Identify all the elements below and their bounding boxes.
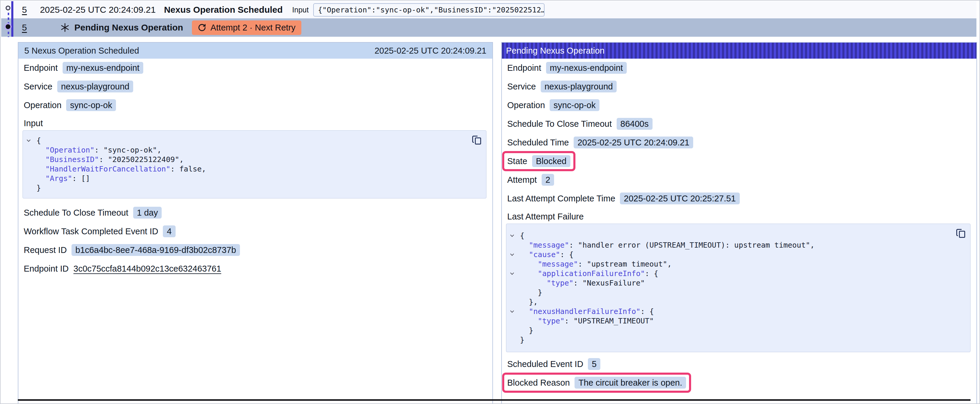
json-line: "Operation": "sync-op-ok", bbox=[23, 146, 480, 155]
code-gutter bbox=[506, 326, 520, 335]
json-line: "cause": { bbox=[506, 250, 964, 260]
json-text: "BusinessID": "20250225122409", bbox=[37, 155, 184, 165]
field-value-chip: 2025-02-25 UTC 20:25:27.51 bbox=[620, 193, 740, 204]
panel-title: 5 Nexus Operation Scheduled bbox=[24, 46, 139, 56]
json-text: "Args": [] bbox=[37, 174, 90, 183]
pending-asterisk-icon bbox=[60, 23, 70, 32]
detail-field-scheduled-event-id: Scheduled Event ID5 bbox=[507, 358, 600, 370]
field-value-chip: b1c6a4bc-8ee7-468a-9169-df3b02c8737b bbox=[72, 244, 240, 256]
code-gutter bbox=[506, 297, 520, 307]
json-text: } bbox=[520, 288, 542, 297]
code-gutter bbox=[506, 288, 520, 297]
json-line: } bbox=[23, 183, 480, 193]
input-preview-chip[interactable]: {"Operation":"sync-op-ok","BusinessID":"… bbox=[313, 3, 544, 17]
json-text: "message": "upstream timeout", bbox=[520, 260, 672, 269]
event-history-screen: 5 2025-02-25 UTC 20:24:09.21 Nexus Opera… bbox=[0, 0, 980, 404]
field-value-chip: 5 bbox=[588, 358, 600, 370]
field-value-chip: The circuit breaker is open. bbox=[574, 377, 686, 388]
field-label: Blocked Reason bbox=[507, 378, 570, 388]
panel-timestamp: 2025-02-25 UTC 20:24:09.21 bbox=[375, 46, 487, 56]
json-text: } bbox=[520, 335, 524, 345]
field-value-chip: 86400s bbox=[617, 118, 652, 130]
detail-field-service: Servicenexus-playground bbox=[24, 81, 133, 92]
detail-field-workflow-task-completed-event-id: Workflow Task Completed Event ID4 bbox=[24, 225, 176, 237]
panel-title: Pending Nexus Operation bbox=[506, 46, 605, 56]
chevron-down-icon bbox=[510, 309, 514, 313]
collapse-toggle[interactable] bbox=[506, 269, 520, 279]
code-gutter bbox=[23, 174, 37, 183]
field-label: Operation bbox=[24, 100, 61, 110]
json-text: "cause": { bbox=[520, 250, 574, 260]
detail-field-blocked-reason: Blocked ReasonThe circuit breaker is ope… bbox=[507, 377, 686, 388]
code-gutter bbox=[506, 260, 520, 269]
field-value-chip: 2 bbox=[542, 174, 554, 186]
field-label: Request ID bbox=[24, 245, 67, 255]
field-value-chip: 4 bbox=[163, 225, 175, 237]
timeline-current-dot-icon bbox=[6, 24, 10, 29]
field-label: Service bbox=[507, 82, 536, 92]
json-line: "BusinessID": "20250225122409", bbox=[23, 155, 480, 165]
field-value-chip: 2025-02-25 UTC 20:24:09.21 bbox=[574, 136, 693, 148]
collapse-toggle[interactable] bbox=[23, 136, 37, 146]
field-label: State bbox=[507, 156, 527, 166]
json-line: "HandlerWaitForCancellation": false, bbox=[23, 165, 480, 174]
detail-field-state: StateBlocked bbox=[507, 155, 570, 167]
detail-field-endpoint: Endpointmy-nexus-endpoint bbox=[24, 62, 143, 74]
chevron-down-icon bbox=[27, 138, 30, 142]
detail-field-operation: Operationsync-op-ok bbox=[24, 99, 116, 111]
field-value-chip: nexus-playground bbox=[57, 81, 134, 92]
event-id-link[interactable]: 5 bbox=[22, 22, 27, 33]
field-label: Scheduled Time bbox=[507, 138, 569, 147]
json-line: "message": "handler error (UPSTREAM_TIME… bbox=[506, 241, 964, 250]
detail-field-attempt: Attempt2 bbox=[507, 174, 554, 186]
json-text: "type": "NexusFailure" bbox=[520, 279, 645, 288]
pending-operation-detail-panel: Pending Nexus Operation Endpointmy-nexus… bbox=[501, 42, 977, 404]
json-line: "type": "UPSTREAM_TIMEOUT" bbox=[506, 316, 964, 326]
collapse-toggle[interactable] bbox=[506, 307, 520, 316]
json-line: { bbox=[506, 231, 964, 241]
input-section-label: Input bbox=[24, 118, 487, 128]
copy-icon[interactable] bbox=[955, 228, 966, 239]
json-line: "message": "upstream timeout", bbox=[506, 260, 964, 269]
json-text: "applicationFailureInfo": { bbox=[520, 269, 658, 279]
field-label: Endpoint bbox=[24, 63, 58, 73]
code-gutter bbox=[506, 279, 520, 288]
event-row-pending-selected[interactable]: 5 Pending Nexus Operation Attempt 2 · Ne… bbox=[1, 18, 977, 37]
json-text: { bbox=[37, 136, 41, 146]
code-gutter bbox=[506, 241, 520, 250]
event-id-link[interactable]: 5 bbox=[22, 5, 27, 15]
code-gutter bbox=[23, 165, 37, 174]
json-line: } bbox=[506, 288, 964, 297]
json-line: { bbox=[23, 136, 480, 146]
field-value-chip: Blocked bbox=[532, 155, 570, 167]
field-label: Endpoint bbox=[507, 63, 541, 73]
field-value-link[interactable]: 3c0c75ccfa8144b092c13ce632463761 bbox=[73, 264, 221, 274]
json-line: "nexusHandlerFailureInfo": { bbox=[506, 307, 964, 316]
code-gutter bbox=[506, 335, 520, 345]
chevron-down-icon bbox=[510, 233, 514, 237]
collapse-toggle[interactable] bbox=[506, 231, 520, 241]
json-line: }, bbox=[506, 297, 964, 307]
retry-badge-label: Attempt 2 · Next Retry bbox=[210, 23, 296, 33]
scheduled-panel-header: 5 Nexus Operation Scheduled 2025-02-25 U… bbox=[18, 43, 492, 59]
code-gutter bbox=[23, 183, 37, 193]
detail-field-endpoint: Endpointmy-nexus-endpoint bbox=[507, 62, 627, 74]
selected-event-indicator-bar bbox=[11, 1, 13, 37]
copy-icon[interactable] bbox=[471, 135, 482, 146]
timeline-open-circle-icon bbox=[6, 6, 10, 10]
event-title: Nexus Operation Scheduled bbox=[164, 5, 283, 15]
field-value-chip: sync-op-ok bbox=[66, 99, 116, 111]
retry-icon bbox=[198, 24, 206, 32]
code-gutter bbox=[23, 146, 37, 155]
field-label: Service bbox=[24, 82, 52, 92]
event-row-scheduled[interactable]: 5 2025-02-25 UTC 20:24:09.21 Nexus Opera… bbox=[1, 1, 977, 18]
pending-panel-header: Pending Nexus Operation bbox=[502, 43, 977, 59]
collapse-toggle[interactable] bbox=[506, 250, 520, 260]
field-label: Schedule To Close Timeout bbox=[507, 119, 612, 129]
json-text: }, bbox=[520, 297, 538, 307]
json-line: } bbox=[506, 335, 964, 345]
failure-json-viewer: {"message": "handler error (UPSTREAM_TIM… bbox=[506, 223, 970, 352]
json-line: "applicationFailureInfo": { bbox=[506, 269, 964, 279]
scheduled-event-detail-panel: 5 Nexus Operation Scheduled 2025-02-25 U… bbox=[18, 42, 493, 404]
field-label: Operation bbox=[507, 100, 545, 110]
